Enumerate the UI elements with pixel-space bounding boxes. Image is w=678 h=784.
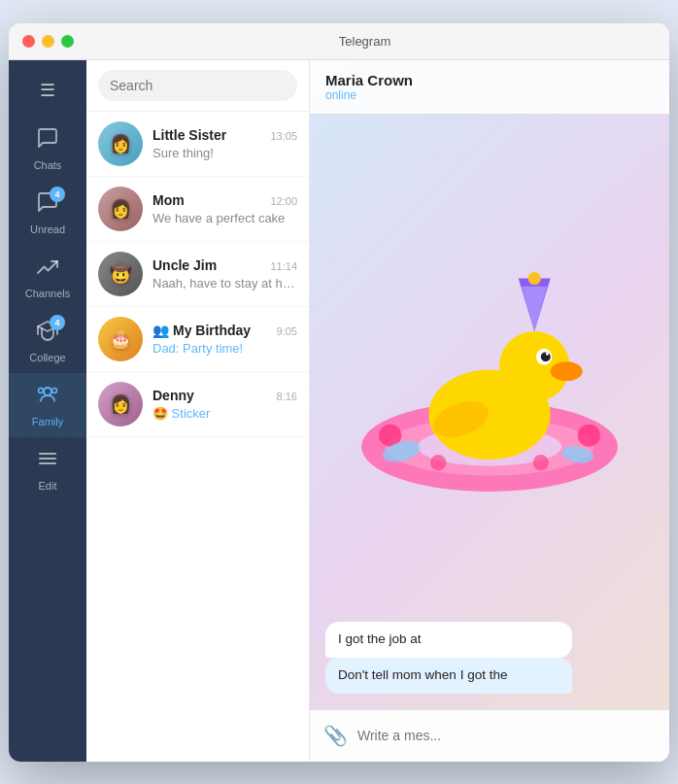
search-bar <box>86 60 309 112</box>
duck-sticker <box>329 124 650 593</box>
svg-point-18 <box>546 352 549 355</box>
sidebar-item-edit[interactable]: Edit <box>9 437 86 501</box>
college-icon: 4 <box>36 319 59 348</box>
hamburger-icon[interactable]: ☰ <box>32 72 63 109</box>
sidebar-item-family[interactable]: Family <box>9 373 86 437</box>
chatarea: Maria Crown online <box>310 60 669 762</box>
message-msg2: Don't tell mom when I got the <box>325 658 572 694</box>
chat-preview-uncle-jim: Naah, have to stay at home <box>153 276 297 290</box>
sticker-area <box>329 124 650 593</box>
attach-icon[interactable]: 📎 <box>323 724 348 747</box>
chat-item-my-birthday[interactable]: 🎂 👥 My Birthday 9:05 Dad: Party time! <box>86 307 309 372</box>
chat-preview-mom: We have a perfect cake <box>153 211 297 225</box>
minimize-button[interactable] <box>42 35 54 48</box>
sidebar-item-college[interactable]: 4 College <box>9 309 86 373</box>
svg-point-2 <box>52 388 57 392</box>
app-window: Telegram ☰ Chats 4 Unread Channels 4 Co <box>9 23 669 762</box>
svg-marker-21 <box>522 286 547 330</box>
input-area: 📎 <box>310 709 669 762</box>
unread-icon: 4 <box>36 190 59 220</box>
close-button[interactable] <box>22 35 35 48</box>
chat-name-denny: Denny <box>153 388 194 403</box>
edit-icon <box>36 447 59 476</box>
svg-point-1 <box>39 388 44 392</box>
titlebar: Telegram <box>9 23 669 60</box>
chats-label: Chats <box>34 159 62 171</box>
chat-header: Maria Crown online <box>310 60 669 115</box>
chat-header-mom: Mom 12:00 <box>153 192 297 208</box>
avatar-little-sister: 👩 <box>98 121 143 166</box>
sidebar-item-unread[interactable]: 4 Unread <box>9 181 86 245</box>
sidebar-item-channels[interactable]: Channels <box>9 245 86 309</box>
chat-name-my-birthday: 👥 My Birthday <box>153 323 251 338</box>
chat-preview-my-birthday: Dad: Party time! <box>153 341 297 356</box>
college-label: College <box>29 352 65 363</box>
chat-info-denny: Denny 8:16 🤩 Sticker <box>153 388 297 421</box>
chat-time-uncle-jim: 11:14 <box>270 260 297 272</box>
maximize-button[interactable] <box>61 35 74 48</box>
chat-info-uncle-jim: Uncle Jim 11:14 Naah, have to stay at ho… <box>153 257 297 290</box>
sidebar-item-chats[interactable]: Chats <box>9 117 86 181</box>
avatar-mom: 👩 <box>98 187 143 231</box>
svg-point-0 <box>44 388 51 395</box>
chat-time-denny: 8:16 <box>277 391 297 402</box>
search-input[interactable] <box>98 70 297 101</box>
svg-point-15 <box>551 361 583 381</box>
chat-time-mom: 12:00 <box>270 195 297 207</box>
channels-label: Channels <box>25 288 70 299</box>
chat-header-uncle-jim: Uncle Jim 11:14 <box>153 257 297 273</box>
chat-item-mom[interactable]: 👩 Mom 12:00 We have a perfect cake <box>86 177 309 242</box>
chats-icon <box>36 126 59 155</box>
svg-point-11 <box>430 455 447 471</box>
chat-preview-little-sister: Sure thing! <box>153 146 297 160</box>
svg-point-10 <box>578 424 600 446</box>
chat-time-my-birthday: 9:05 <box>277 325 297 337</box>
chat-info-my-birthday: 👥 My Birthday 9:05 Dad: Party time! <box>153 323 297 356</box>
channels-icon <box>36 255 59 284</box>
chat-preview-denny: 🤩 Sticker <box>153 406 297 421</box>
chat-info-mom: Mom 12:00 We have a perfect cake <box>153 192 297 225</box>
avatar-my-birthday: 🎂 <box>98 317 143 361</box>
messages-area: I got the job atDon't tell mom when I go… <box>310 115 669 709</box>
svg-point-12 <box>533 455 550 471</box>
chat-item-uncle-jim[interactable]: 🤠 Uncle Jim 11:14 Naah, have to stay at … <box>86 242 309 307</box>
main-content: ☰ Chats 4 Unread Channels 4 College <box>9 60 669 762</box>
chat-header-my-birthday: 👥 My Birthday 9:05 <box>153 323 297 338</box>
group-icon: 👥 <box>153 323 169 338</box>
app-title: Telegram <box>74 34 656 49</box>
avatar-denny: 👩 <box>98 382 143 426</box>
family-label: Family <box>32 416 63 427</box>
edit-label: Edit <box>39 480 57 492</box>
svg-point-22 <box>528 271 541 284</box>
chatlist: 👩 Little Sister 13:05 Sure thing! 👩 Mom … <box>86 60 310 762</box>
chat-name-uncle-jim: Uncle Jim <box>153 257 217 273</box>
chat-item-little-sister[interactable]: 👩 Little Sister 13:05 Sure thing! <box>86 112 309 177</box>
contact-status: online <box>325 88 413 102</box>
avatar-uncle-jim: 🤠 <box>98 252 143 296</box>
chat-name-little-sister: Little Sister <box>153 127 226 143</box>
unread-badge: 4 <box>50 187 65 202</box>
svg-point-17 <box>541 352 551 361</box>
chat-header-little-sister: Little Sister 13:05 <box>153 127 297 143</box>
message-msg1: I got the job at <box>325 622 572 658</box>
chat-name-mom: Mom <box>153 192 185 208</box>
message-bubbles-container: I got the job atDon't tell mom when I go… <box>325 622 654 694</box>
chat-info-little-sister: Little Sister 13:05 Sure thing! <box>153 127 297 160</box>
chat-list-container: 👩 Little Sister 13:05 Sure thing! 👩 Mom … <box>86 112 309 437</box>
window-controls <box>22 35 74 48</box>
message-input[interactable] <box>357 728 656 743</box>
chat-header-denny: Denny 8:16 <box>153 388 297 403</box>
chat-time-little-sister: 13:05 <box>270 130 297 142</box>
unread-label: Unread <box>30 223 65 235</box>
chat-item-denny[interactable]: 👩 Denny 8:16 🤩 Sticker <box>86 372 309 437</box>
sidebar: ☰ Chats 4 Unread Channels 4 College <box>9 60 86 762</box>
family-icon <box>36 383 59 412</box>
college-badge: 4 <box>50 315 65 330</box>
contact-name: Maria Crown <box>325 72 413 88</box>
